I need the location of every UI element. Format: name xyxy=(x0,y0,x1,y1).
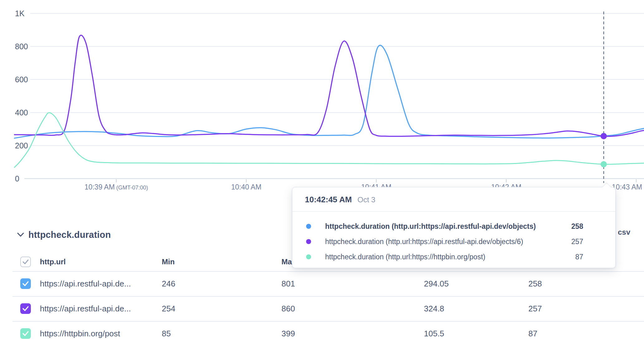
url-cell: https://api.restful-api.de... xyxy=(40,279,131,289)
check-icon xyxy=(20,328,31,339)
csv-export-link[interactable]: csv xyxy=(618,228,630,237)
tooltip-divider xyxy=(292,211,615,212)
latest-cell: 258 xyxy=(528,279,542,289)
series-checkbox[interactable] xyxy=(20,278,31,289)
tooltip-series-label: httpcheck.duration (http.url:https://api… xyxy=(325,237,523,246)
max-cell: 399 xyxy=(281,329,295,339)
min-cell: 85 xyxy=(162,329,171,339)
chart-tooltip: 10:42:45 AM Oct 3 httpcheck.duration (ht… xyxy=(292,187,616,268)
min-cell: 246 xyxy=(162,279,175,289)
latest-cell: 87 xyxy=(528,329,537,339)
tooltip-series-row: httpcheck.duration (http.url:https://api… xyxy=(292,219,615,234)
y-axis-label: 800 xyxy=(15,42,28,51)
x-axis-label: 10:39 AM (GMT-07:00) xyxy=(84,183,148,191)
tooltip-series-label: httpcheck.duration (http.url:https://api… xyxy=(325,222,536,230)
tooltip-header: 10:42:45 AM Oct 3 xyxy=(305,195,375,204)
y-axis-label: 600 xyxy=(15,75,28,84)
metric-section-header: httpcheck.duration xyxy=(17,228,111,241)
tooltip-series-value: 257 xyxy=(571,237,583,246)
series-line xyxy=(14,35,644,136)
max-cell: 801 xyxy=(281,279,295,289)
check-icon xyxy=(21,257,30,267)
avg-cell: 294.05 xyxy=(424,279,449,289)
tooltip-time: 10:42:45 AM xyxy=(305,195,352,204)
latest-cell: 257 xyxy=(528,304,542,314)
avg-cell: 324.8 xyxy=(424,304,444,314)
max-cell: 860 xyxy=(281,304,295,314)
chevron-down-icon[interactable] xyxy=(17,233,24,237)
series-checkbox[interactable] xyxy=(20,328,31,339)
x-axis-label: 10:43 AM xyxy=(612,183,642,191)
select-all-checkbox[interactable] xyxy=(20,257,31,267)
tooltip-date: Oct 3 xyxy=(358,195,375,204)
table-row: https://httpbin.org/post85399105.587 xyxy=(0,321,644,346)
series-color-dot xyxy=(306,224,311,229)
series-line xyxy=(14,113,644,167)
section-title: httpcheck.duration xyxy=(28,230,111,240)
crosshair-dot xyxy=(601,161,607,167)
series-line xyxy=(14,45,644,138)
tooltip-series-row: httpcheck.duration (http.url:https://api… xyxy=(292,234,615,249)
y-axis-label: 0 xyxy=(15,174,19,183)
avg-cell: 105.5 xyxy=(424,329,444,339)
url-cell: https://api.restful-api.de... xyxy=(40,304,131,314)
crosshair-dot xyxy=(601,133,607,139)
y-axis-label: 400 xyxy=(15,108,28,117)
tooltip-series-row: httpcheck.duration (http.url:https://htt… xyxy=(292,249,615,264)
column-header-min[interactable]: Min xyxy=(162,257,175,266)
tooltip-series-value: 87 xyxy=(575,252,583,261)
tooltip-series-value: 258 xyxy=(571,222,583,230)
check-icon xyxy=(20,303,31,314)
min-cell: 254 xyxy=(162,304,175,314)
series-color-dot xyxy=(306,254,311,259)
series-checkbox[interactable] xyxy=(20,303,31,314)
y-axis-label: 200 xyxy=(15,141,28,150)
y-axis-label: 1K xyxy=(15,9,25,18)
column-header-http-url[interactable]: http.url xyxy=(40,257,66,266)
x-axis-label: 10:40 AM xyxy=(231,183,261,191)
url-cell: https://httpbin.org/post xyxy=(40,329,120,339)
table-row: https://api.restful-api.de...246801294.0… xyxy=(0,271,644,296)
tooltip-rows: httpcheck.duration (http.url:https://api… xyxy=(292,219,615,264)
tooltip-series-label: httpcheck.duration (http.url:https://htt… xyxy=(325,252,485,261)
check-icon xyxy=(20,278,31,289)
duration-line-chart[interactable]: 1K800600400200010:39 AM (GMT-07:00)10:40… xyxy=(0,0,644,196)
table-row: https://api.restful-api.de...254860324.8… xyxy=(0,296,644,321)
series-color-dot xyxy=(306,239,311,244)
